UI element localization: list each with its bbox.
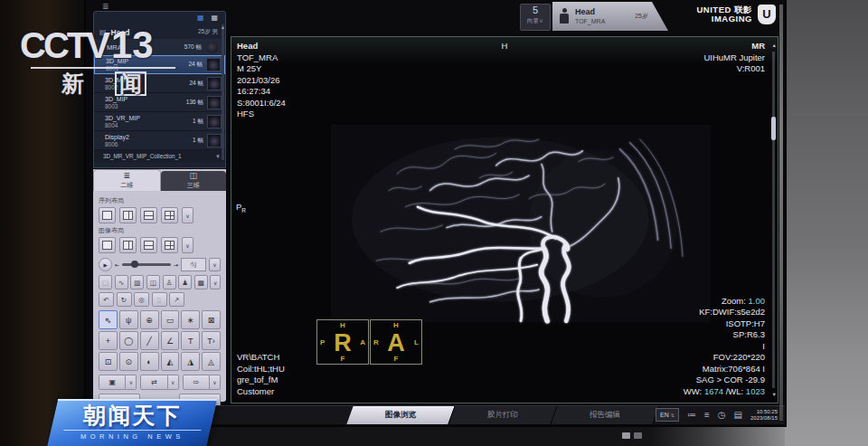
series-row[interactable]: Display2 8006 1 幅 xyxy=(94,131,225,150)
layout-grid-icon-active[interactable]: ▦ xyxy=(197,14,204,25)
img-layout-rows-button[interactable] xyxy=(140,237,157,253)
text-annotation-tool[interactable]: T xyxy=(181,331,200,350)
tool-histogram-icon[interactable]: ▥ xyxy=(130,275,144,289)
tool-compare-icon[interactable]: ◫ xyxy=(146,275,160,289)
layout-1x1-button[interactable] xyxy=(99,207,116,223)
reset-icon[interactable]: ↻ xyxy=(117,292,132,307)
language-switcher[interactable]: EN⇅ xyxy=(656,408,679,422)
speed-select[interactable]: 匀 xyxy=(181,258,206,271)
layout-grid-button[interactable] xyxy=(161,207,178,223)
img-layout-grid-button[interactable] xyxy=(161,237,178,253)
series-count: 1 幅 xyxy=(193,137,203,145)
tab-3d[interactable]: ◫ 三维 xyxy=(161,171,227,191)
image-info-bottom-left: VR\BATCH Coil:tHL;tHU gre_tof_fM Custome… xyxy=(237,352,285,397)
tool-curve-icon[interactable]: ∿ xyxy=(115,275,128,289)
skip-start-icon[interactable]: ⇤ xyxy=(115,261,119,268)
zoom-value: 1.00 xyxy=(749,296,766,306)
invert-tool[interactable]: ◐ xyxy=(140,352,159,371)
save-icon: ▣ xyxy=(99,375,126,390)
layout-rows-button[interactable] xyxy=(140,207,157,223)
tool-body2-icon[interactable]: ♟ xyxy=(178,275,192,289)
ellipse-roi-tool[interactable]: ◯ xyxy=(119,331,138,350)
system-clock: 10:50:25 2023/08/15 xyxy=(750,409,778,422)
crosshair-tool[interactable]: + xyxy=(99,331,118,350)
tool-window-icon[interactable]: ▢ xyxy=(99,275,112,289)
collection-row[interactable]: 3D_MR_VR_MIP_Collection_1 ▼ xyxy=(94,150,225,162)
rotate-tool[interactable]: ◬ xyxy=(202,352,221,371)
zoom-tool[interactable]: ⊕ xyxy=(140,310,159,329)
tool-rowA-chevron[interactable]: ∨ xyxy=(210,275,221,289)
cursor-tool[interactable]: ⇖ xyxy=(99,310,118,329)
system-date: 2023/08/15 xyxy=(750,415,778,422)
img-layout-cols-button[interactable] xyxy=(119,237,137,253)
patient-tab[interactable]: Head TOF_MRA 25岁 xyxy=(552,2,668,31)
tab-report-edit[interactable]: 报告编辑 xyxy=(551,406,659,424)
target-icon[interactable]: ◎ xyxy=(134,292,149,307)
play-button[interactable]: ▶ xyxy=(99,258,112,271)
task-list-icon[interactable]: ≡ xyxy=(704,409,710,422)
image-info-top-left: Head TOF_MRA M 25Y 2021/03/26 16:27:34 S… xyxy=(237,41,286,120)
queue-icon[interactable]: ≔ xyxy=(687,409,696,422)
transfer-chevron[interactable]: ∨ xyxy=(168,375,179,390)
skip-end-icon[interactable]: ⇥ xyxy=(174,261,178,268)
scroll-down-icon[interactable]: ▼ xyxy=(215,154,221,159)
undo-icon[interactable]: ↶ xyxy=(99,292,114,307)
system-time: 10:50:25 xyxy=(750,409,778,415)
tab-image-browse[interactable]: 图像浏览 xyxy=(346,406,455,424)
layout-cols-button[interactable] xyxy=(119,207,137,223)
clock-icon[interactable]: ◷ xyxy=(718,409,726,422)
scroll-up-icon[interactable]: ▲ xyxy=(221,24,225,30)
tab-2d-label: 二维 xyxy=(120,181,133,190)
printer-icon[interactable]: ▤ xyxy=(734,409,742,422)
send-chevron[interactable]: ∨ xyxy=(210,375,221,390)
patient-tab-series: TOF_MRA xyxy=(575,17,635,25)
sidebar-scrollbar[interactable] xyxy=(222,24,224,160)
angle-measure-tool[interactable]: ∠ xyxy=(161,331,180,350)
save-chevron[interactable]: ∨ xyxy=(126,375,137,390)
image-viewport[interactable]: Head TOF_MRA M 25Y 2021/03/26 16:27:34 S… xyxy=(231,36,778,403)
save-combo[interactable]: ▣ ∨ xyxy=(99,375,137,390)
series-name: Display2 xyxy=(105,133,193,141)
tool-gradient-icon[interactable]: ▩ xyxy=(194,275,208,289)
arrow-text-tool[interactable]: T› xyxy=(202,331,221,350)
viewport-scroll-thumb[interactable] xyxy=(771,117,776,140)
series-count: 136 幅 xyxy=(186,99,203,107)
series-layout-label: 序列布局 xyxy=(99,196,221,205)
viewport-scrollbar[interactable] xyxy=(772,52,775,388)
cine-slider[interactable] xyxy=(122,263,171,266)
transfer-combo[interactable]: ⇄ ∨ xyxy=(140,375,178,390)
study-count-label: 向量 xyxy=(527,17,539,24)
flip-vertical-tool[interactable]: ◮ xyxy=(181,352,200,371)
img-layout-1x1-button[interactable] xyxy=(99,237,116,253)
slider-thumb[interactable] xyxy=(131,261,138,268)
layout-more-chevron[interactable]: ∨ xyxy=(182,207,193,223)
pan-hand-tool[interactable]: ψ xyxy=(119,310,138,329)
brand-u-icon: U xyxy=(758,5,776,24)
report-icon[interactable]: ▯ xyxy=(152,292,167,307)
tab-film-print[interactable]: 胶片打印 xyxy=(448,406,557,424)
send-combo[interactable]: ⇨ ∨ xyxy=(183,375,221,390)
speed-chevron[interactable]: ∨ xyxy=(209,258,221,271)
patient-tab-title: Head xyxy=(575,7,635,17)
study-count-dropdown[interactable]: 5 向量∨ xyxy=(520,4,551,31)
layers-icon: ≣ xyxy=(123,172,130,180)
series-row[interactable]: 3D_VR_MIP 8004 1 幅 xyxy=(94,112,225,131)
line-measure-tool[interactable]: ╱ xyxy=(140,331,159,350)
rect-select-tool[interactable]: ▭ xyxy=(161,310,180,329)
series-row[interactable]: 3D_MIP 8003 136 幅 xyxy=(94,93,225,112)
delete-region-tool[interactable]: ⊠ xyxy=(202,310,221,329)
layout-grid-icon[interactable]: ▦ xyxy=(211,14,218,25)
enhance-tool[interactable]: ∗ xyxy=(181,310,200,329)
image-info-bottom-right: Zoom: 1.00 KF:DWIF:s5e2d2 ISOTP:H7 SP:R6… xyxy=(684,296,765,398)
app-menu-icon[interactable]: ≣ xyxy=(102,2,109,11)
tool-body-icon[interactable]: ♙ xyxy=(163,275,176,289)
magnify-box-tool[interactable]: ⊡ xyxy=(99,352,118,371)
magnifier-tool[interactable]: ⊙ xyxy=(119,352,138,371)
viewport-scroll-up-icon[interactable]: ▲ xyxy=(772,43,777,48)
image-info-top-right: MR UIHuMR Jupiter V:R001 xyxy=(703,41,765,75)
flip-horizontal-tool[interactable]: ◭ xyxy=(161,352,180,371)
viewport-scroll-down-icon[interactable]: ▼ xyxy=(772,392,777,397)
export-icon[interactable]: ↗ xyxy=(169,292,184,307)
tab-2d[interactable]: ≣ 二维 xyxy=(93,169,161,191)
img-layout-more-chevron[interactable]: ∨ xyxy=(182,237,193,253)
